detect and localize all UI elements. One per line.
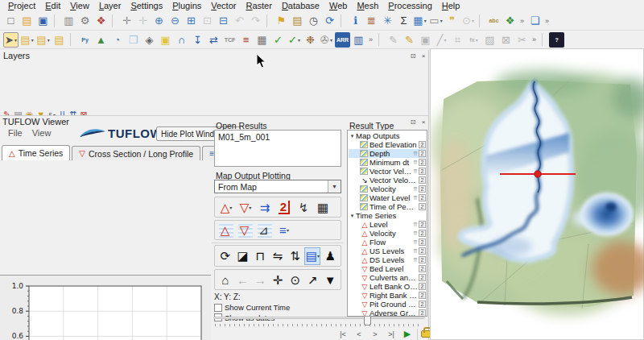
long-profile-icon[interactable]: ⊿▾ xyxy=(256,222,274,239)
axis-2-badge[interactable]: 2 xyxy=(419,230,426,237)
select-abacus-icon[interactable]: ≣ xyxy=(364,13,379,28)
select-features-icon[interactable]: ➤▾ xyxy=(3,32,19,48)
tuflow-map-doc-icon[interactable]: ❒ xyxy=(126,32,141,48)
axis-2-badge[interactable]: 2 xyxy=(419,256,426,263)
select-by-expression-icon[interactable]: ▤▾ xyxy=(35,32,51,48)
new-project-icon[interactable]: □ xyxy=(3,13,19,28)
tuflow-tcf-icon[interactable]: TCF xyxy=(222,32,237,48)
menu-layer[interactable]: Layer xyxy=(94,1,126,10)
result-type-tree[interactable]: ▾Map OutputsBed Elevation2Depth⇈2Minimum… xyxy=(347,130,427,317)
secondary-axis-icon[interactable]: 2 xyxy=(275,198,293,216)
zoom-in-icon[interactable]: ⊕ xyxy=(151,13,167,28)
result-ds-levels[interactable]: △DS Levels⇈2 xyxy=(349,255,426,264)
tuflow-import-icon[interactable]: ↧ xyxy=(190,32,205,48)
zoom-out-icon[interactable]: ⊖ xyxy=(167,13,183,28)
layers-float-icon[interactable]: ⊡ xyxy=(409,52,417,60)
tuflow-switch-icon[interactable]: ⇄ xyxy=(206,32,221,48)
tuflow-grid-icon[interactable]: ▦ xyxy=(254,32,270,48)
result-us-levels[interactable]: △US Levels⇈2 xyxy=(349,247,426,255)
result-left-bank-obvert[interactable]: ▽Left Bank Obvert2 xyxy=(349,282,426,291)
result-depth[interactable]: Depth⇈2 xyxy=(349,149,426,158)
collapse-arrow-icon[interactable]: ▾ xyxy=(349,133,356,139)
result-level[interactable]: △Level⇈2 xyxy=(349,220,426,229)
labels-icon[interactable]: abc xyxy=(486,13,502,28)
time-next-button[interactable]: > xyxy=(369,328,382,340)
dropdown-arrow-icon[interactable]: ▾ xyxy=(444,37,446,43)
help-icon[interactable]: ? xyxy=(549,32,564,48)
map-tips-icon[interactable]: ❞ xyxy=(444,13,460,28)
legend-options-icon[interactable]: ≡▾ xyxy=(275,222,293,239)
pan-map-icon[interactable]: ✛ xyxy=(119,13,134,28)
project-properties-icon[interactable]: ⚙ xyxy=(77,13,93,28)
axis-2-badge[interactable]: 2 xyxy=(419,283,426,290)
axis-2-badge[interactable]: 2 xyxy=(419,309,426,317)
measure-icon[interactable]: ▭▾ xyxy=(428,13,444,28)
nav-zoom-icon[interactable]: ⊙ xyxy=(287,271,303,288)
axis-2-badge[interactable]: 2 xyxy=(419,238,426,246)
mesh-grid-icon[interactable]: ▦ xyxy=(314,198,332,216)
time-play-button[interactable]: ▶ xyxy=(401,328,414,340)
menu-view[interactable]: View xyxy=(65,1,94,10)
menu-processing[interactable]: Processing xyxy=(383,1,436,10)
dropdown-arrow-icon[interactable]: ▾ xyxy=(424,18,427,23)
result-vector-velocity[interactable]: Vector Velocity⇈2 xyxy=(349,167,426,176)
dropdown-arrow-icon[interactable]: ▾ xyxy=(287,227,289,233)
select-by-location-icon[interactable]: ▤ xyxy=(52,32,67,48)
axis-2-badge[interactable]: 2 xyxy=(419,247,426,255)
menu-plugins[interactable]: Plugins xyxy=(167,1,206,10)
result-water-level[interactable]: Water Level⇈2 xyxy=(349,193,426,202)
tuflow-check-icon[interactable]: ✓ xyxy=(270,32,286,48)
python-console-icon[interactable]: Py xyxy=(77,32,93,48)
checkbox-show-current-time[interactable]: Show Current Time xyxy=(214,303,290,312)
result-vector-velocity-ve[interactable]: ↘Vector Velocity Ve...2 xyxy=(349,176,426,185)
tuflow-menu-file[interactable]: File xyxy=(3,128,27,138)
tuflow-edit-pencil-icon[interactable]: ✎ xyxy=(402,32,417,48)
toolbar-overflow-icon[interactable]: » xyxy=(366,35,375,44)
plot-culverts-icon[interactable]: ⊓ xyxy=(252,247,268,265)
result-time-of-peak-h[interactable]: Time of Peak h2 xyxy=(349,202,426,211)
result-culverts-and-pipes[interactable]: ▽Culverts and Pipes2 xyxy=(349,273,426,282)
axis-2-badge[interactable]: 2 xyxy=(419,203,426,210)
tuflow-book-icon[interactable]: ▥ xyxy=(351,32,366,48)
result-pit-ground-levels[interactable]: ▽Pit Ground Levels...2 xyxy=(349,300,426,309)
menu-vector[interactable]: Vector xyxy=(206,1,241,10)
tuflow-arr-icon[interactable]: ARR xyxy=(335,32,350,48)
section-point[interactable] xyxy=(535,171,541,177)
axis-2-badge[interactable]: 2 xyxy=(419,265,426,272)
menu-project[interactable]: Project xyxy=(3,1,40,10)
result-right-bank-obvert[interactable]: ▽Right Bank Obvert2 xyxy=(349,291,426,300)
axis-2-badge[interactable]: 2 xyxy=(419,194,426,201)
result-bed-elevation[interactable]: Bed Elevation2 xyxy=(349,140,426,149)
time-slider-track[interactable] xyxy=(213,317,425,319)
tuflow-terrain-icon[interactable]: ▲ xyxy=(93,32,109,48)
open-results-item[interactable]: M01_5m_001 xyxy=(218,132,337,142)
axis-2-badge[interactable]: 2 xyxy=(419,168,426,175)
dropdown-arrow-icon[interactable]: ▾ xyxy=(330,37,332,43)
label-toolbar-icon[interactable]: ❖ xyxy=(502,13,518,28)
new-bookmark-icon[interactable]: ⚑ xyxy=(274,13,289,28)
toolbar-overflow-icon[interactable]: » xyxy=(518,17,526,25)
processing-toolbox-icon[interactable]: ✳ xyxy=(380,13,395,28)
nav-pan-icon[interactable]: ✛ xyxy=(270,271,286,288)
tab-time-series[interactable]: △Time Series xyxy=(2,145,70,160)
ts-from-map-icon[interactable]: △▾ xyxy=(217,222,235,239)
result-velocity[interactable]: Velocity⇈2 xyxy=(349,185,426,193)
new-print-layout-icon[interactable]: ▥ xyxy=(61,13,76,28)
show-bookmarks-icon[interactable]: ▤ xyxy=(290,13,305,28)
tuflow-close-icon[interactable]: × xyxy=(419,118,427,126)
nav-plot-export-icon[interactable]: ↗ xyxy=(305,271,321,288)
flux-line-icon[interactable]: ↯ xyxy=(295,198,312,216)
axis-2-badge[interactable]: 2 xyxy=(419,274,426,281)
result-bed-level[interactable]: ▽Bed Level2 xyxy=(349,264,426,273)
axis-2-badge[interactable]: 2 xyxy=(419,292,426,299)
attribute-table-icon[interactable]: ▦▾ xyxy=(412,13,427,28)
tuflow-animal-icon[interactable]: ❉ xyxy=(303,32,318,48)
menu-help[interactable]: Help xyxy=(437,1,465,10)
clear-plot-icon[interactable]: ◪ xyxy=(235,247,251,265)
dropdown-arrow-icon[interactable]: ▾ xyxy=(31,37,34,43)
legend-toggle-icon[interactable]: ▤▾ xyxy=(304,247,320,265)
axis-2-badge[interactable]: 2 xyxy=(419,176,426,184)
style-manager-icon[interactable]: ❖ xyxy=(93,13,109,28)
open-results-list[interactable]: M01_5m_001 xyxy=(214,130,341,167)
menu-database[interactable]: Database xyxy=(277,1,324,10)
